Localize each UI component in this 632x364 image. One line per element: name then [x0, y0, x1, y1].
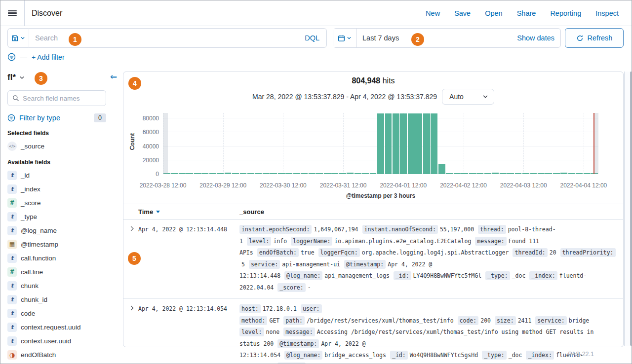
- histogram-bar[interactable]: [377, 113, 384, 174]
- histogram-bar[interactable]: [545, 173, 552, 174]
- field-item-endOfBatch[interactable]: ◑endOfBatch: [7, 348, 106, 362]
- histogram-bar[interactable]: [522, 173, 529, 174]
- field-item--id[interactable]: t_id: [7, 168, 106, 182]
- histogram-bar[interactable]: [247, 173, 254, 174]
- interval-select[interactable]: Auto: [442, 89, 494, 105]
- field-item--type[interactable]: t_type: [7, 210, 106, 223]
- histogram-bar[interactable]: [186, 173, 193, 174]
- histogram-plot-area[interactable]: 0200004000060000800002022-03-28 12:00202…: [163, 113, 598, 174]
- histogram-bar[interactable]: [530, 173, 537, 174]
- histogram-bar[interactable]: [408, 113, 415, 174]
- histogram-bar[interactable]: [507, 173, 514, 174]
- inspect-button[interactable]: Inspect: [595, 9, 619, 17]
- field-item-chunk-id[interactable]: tchunk_id: [7, 292, 106, 306]
- chevron-down-icon: [482, 94, 488, 100]
- histogram-bar[interactable]: [362, 173, 369, 174]
- quick-select-button[interactable]: [333, 29, 356, 47]
- field-item--timestamp[interactable]: ▦@timestamp: [7, 237, 106, 251]
- new-button[interactable]: New: [426, 9, 440, 17]
- histogram-bar[interactable]: [476, 173, 483, 174]
- histogram-bar[interactable]: [324, 173, 331, 174]
- histogram-bar[interactable]: [538, 173, 545, 174]
- histogram-bar[interactable]: [568, 173, 575, 174]
- histogram-bar[interactable]: [240, 173, 247, 174]
- histogram-bar[interactable]: [446, 173, 453, 174]
- expand-row-icon[interactable]: [123, 303, 138, 364]
- histogram-bar[interactable]: [469, 173, 476, 174]
- histogram-bar[interactable]: [385, 113, 392, 174]
- reporting-button[interactable]: Reporting: [550, 9, 581, 17]
- histogram-bar[interactable]: [201, 173, 208, 174]
- histogram-bar[interactable]: [584, 173, 591, 174]
- histogram-bar[interactable]: [209, 173, 216, 174]
- time-range-label[interactable]: Last 7 days: [362, 34, 399, 42]
- histogram-chart[interactable]: Count 0200004000060000800002022-03-28 12…: [123, 109, 623, 201]
- field-item-context-request-uuid[interactable]: tcontext.request.uuid: [7, 320, 106, 334]
- histogram-bar[interactable]: [423, 113, 430, 174]
- histogram-bar[interactable]: [515, 173, 522, 174]
- histogram-bar[interactable]: [355, 173, 361, 174]
- histogram-bar[interactable]: [393, 113, 399, 174]
- histogram-bar[interactable]: [301, 173, 308, 174]
- histogram-bar[interactable]: [194, 173, 201, 174]
- histogram-bar[interactable]: [309, 173, 316, 174]
- index-pattern-select[interactable]: fl*: [7, 73, 16, 82]
- chevron-down-icon[interactable]: [19, 75, 25, 80]
- histogram-bar[interactable]: [285, 173, 292, 174]
- histogram-bar[interactable]: [400, 113, 407, 174]
- histogram-bar[interactable]: [225, 173, 232, 174]
- filter-by-type-button[interactable]: Filter by type: [19, 114, 60, 122]
- field-item-context-user-uuid[interactable]: tcontext.user.uuid: [7, 334, 106, 348]
- refresh-button[interactable]: Refresh: [565, 28, 624, 48]
- histogram-bar[interactable]: [263, 173, 270, 174]
- scrollbar-thumb[interactable]: [630, 72, 632, 346]
- open-button[interactable]: Open: [485, 9, 502, 17]
- field-item--log-name[interactable]: t@log_name: [7, 223, 106, 237]
- histogram-bar[interactable]: [553, 173, 560, 174]
- field-item-call-function[interactable]: tcall.function: [7, 251, 106, 265]
- field-item--score[interactable]: #_score: [7, 196, 106, 210]
- histogram-bar[interactable]: [217, 173, 224, 174]
- histogram-bar[interactable]: [171, 173, 178, 174]
- histogram-bar[interactable]: [278, 173, 285, 174]
- histogram-bar[interactable]: [484, 173, 491, 174]
- histogram-bar[interactable]: [560, 173, 567, 174]
- share-button[interactable]: Share: [517, 9, 536, 17]
- collapse-sidebar-icon[interactable]: ⇐: [110, 72, 117, 82]
- nav-menu-button[interactable]: [0, 0, 25, 26]
- histogram-bar[interactable]: [331, 173, 338, 174]
- query-language-button[interactable]: DQL: [298, 34, 326, 42]
- histogram-bar[interactable]: [316, 173, 323, 174]
- histogram-bar[interactable]: [500, 173, 507, 174]
- field-item-chunk[interactable]: tchunk: [7, 279, 106, 292]
- y-tick-label: 40000: [137, 143, 159, 150]
- histogram-bar[interactable]: [255, 173, 262, 174]
- field-item--index[interactable]: t_index: [7, 182, 106, 196]
- histogram-bar[interactable]: [370, 173, 377, 174]
- field-item--source[interactable]: </>_source: [7, 139, 106, 153]
- histogram-bar[interactable]: [179, 173, 186, 174]
- histogram-bar[interactable]: [431, 113, 437, 174]
- histogram-bar[interactable]: [576, 173, 583, 174]
- scrollbar[interactable]: [624, 72, 632, 346]
- histogram-bar[interactable]: [339, 173, 346, 174]
- save-button[interactable]: Save: [454, 9, 471, 17]
- add-filter-button[interactable]: + Add filter: [32, 53, 65, 61]
- histogram-bar[interactable]: [461, 173, 468, 174]
- histogram-bar[interactable]: [492, 173, 499, 174]
- field-search-input[interactable]: [23, 95, 101, 102]
- histogram-bar[interactable]: [232, 173, 239, 174]
- time-column-header[interactable]: Time: [138, 208, 239, 216]
- histogram-bar[interactable]: [347, 173, 354, 174]
- histogram-bar[interactable]: [438, 164, 445, 174]
- filter-icon[interactable]: [7, 53, 16, 61]
- histogram-bar[interactable]: [415, 113, 422, 174]
- field-item-code[interactable]: tcode: [7, 306, 106, 320]
- histogram-bar[interactable]: [293, 173, 300, 174]
- show-dates-button[interactable]: Show dates: [517, 34, 554, 42]
- field-item-call-line[interactable]: #call.line: [7, 265, 106, 279]
- histogram-bar[interactable]: [270, 173, 277, 174]
- saved-query-button[interactable]: [7, 28, 29, 48]
- y-tick-label: 60000: [137, 129, 159, 136]
- histogram-bar[interactable]: [454, 173, 461, 174]
